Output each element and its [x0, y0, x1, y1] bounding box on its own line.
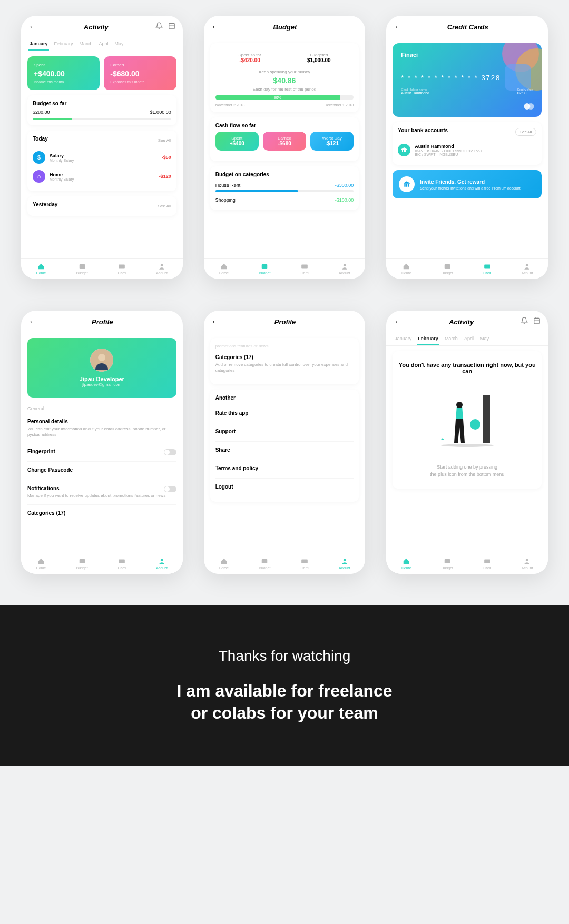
list-item[interactable]: $ SalaryMonthly Salary -$50: [33, 148, 171, 167]
back-icon[interactable]: ←: [211, 22, 220, 32]
nav-budget[interactable]: Budget: [442, 263, 453, 275]
earned-card[interactable]: Earned -$680.00 Expanses this month: [104, 56, 176, 90]
nav-account[interactable]: Acount: [156, 558, 168, 570]
tab-may[interactable]: May: [114, 38, 125, 51]
footer: Thanks for watching I am available for f…: [0, 605, 569, 766]
cash-spent[interactable]: Spent+$400: [215, 132, 259, 151]
see-all-link[interactable]: See All: [158, 138, 171, 143]
setting-categories[interactable]: Categories (17): [27, 505, 176, 523]
month-tabs: January February March April May: [21, 38, 183, 51]
nav-budget[interactable]: Budget: [259, 263, 270, 275]
today-section: TodaySee All $ SalaryMonthly Salary -$50…: [27, 131, 176, 191]
bell-icon[interactable]: [521, 317, 528, 326]
nav-account[interactable]: Acount: [522, 558, 533, 570]
svg-point-14: [526, 264, 528, 266]
svg-point-19: [161, 559, 163, 561]
back-icon[interactable]: ←: [28, 22, 37, 32]
back-icon[interactable]: ←: [394, 22, 402, 32]
tab-january[interactable]: January: [28, 38, 49, 51]
toggle[interactable]: [164, 449, 176, 455]
tab-february[interactable]: February: [417, 333, 439, 345]
nav-card[interactable]: Card: [118, 263, 126, 275]
page-title: Activity: [449, 318, 474, 326]
svg-rect-9: [505, 64, 531, 91]
setting-passcode[interactable]: Change Passcode: [27, 462, 176, 480]
svg-point-27: [441, 444, 494, 447]
svg-point-3: [161, 264, 163, 266]
back-icon[interactable]: ←: [28, 317, 37, 326]
phone-activity: ← Activity January February March April …: [21, 16, 183, 279]
setting-terms[interactable]: Terms and policy: [215, 460, 354, 479]
nav-account[interactable]: Acount: [522, 263, 533, 275]
invite-card[interactable]: Invite Friends. Get rewardSend your frie…: [393, 170, 542, 198]
tab-march[interactable]: March: [79, 38, 94, 51]
dollar-icon: $: [33, 151, 45, 164]
tab-april[interactable]: April: [98, 38, 110, 51]
cash-earned[interactable]: Earned-$680: [263, 132, 306, 151]
list-item[interactable]: ⌂ HomeMonthly Salary -$120: [33, 167, 171, 186]
spent-card[interactable]: Spent +$400.00 Income this month: [27, 56, 100, 90]
nav-budget[interactable]: Budget: [76, 263, 87, 275]
nav-card[interactable]: Card: [118, 558, 126, 570]
nav-home[interactable]: Home: [36, 263, 46, 275]
setting-rate[interactable]: Rate this app: [215, 405, 354, 423]
svg-rect-1: [79, 264, 85, 269]
avatar[interactable]: [90, 349, 113, 372]
nav-budget[interactable]: Budget: [76, 558, 87, 570]
page-title: Activity: [84, 23, 109, 31]
credit-card[interactable]: Finaci * * * * * * * * * * * * 3728 Card…: [393, 43, 542, 117]
nav-home[interactable]: Home: [36, 558, 46, 570]
bell-icon[interactable]: [155, 22, 163, 32]
see-all-button[interactable]: See All: [515, 128, 536, 136]
nav-card[interactable]: Card: [301, 558, 309, 570]
empty-illustration: [398, 385, 536, 459]
see-all-link[interactable]: See All: [158, 204, 171, 208]
budget-section: Budget so far $280.00$1.000.00: [27, 95, 176, 125]
svg-point-16: [98, 354, 105, 361]
svg-rect-29: [484, 560, 490, 563]
phone-budget: ← Budget Spent so far-$420.00 Budgeted$1…: [204, 16, 366, 279]
nav-account[interactable]: Acount: [339, 558, 350, 570]
svg-point-11: [528, 103, 534, 110]
calendar-icon[interactable]: [533, 317, 541, 326]
setting-personal[interactable]: Personal details You can edit your infor…: [27, 413, 176, 443]
tab-april[interactable]: April: [463, 333, 475, 345]
setting-share[interactable]: Share: [215, 442, 354, 460]
mastercard-icon: [523, 102, 535, 111]
nav-home[interactable]: Home: [219, 558, 229, 570]
nav-budget[interactable]: Budget: [442, 558, 453, 570]
yesterday-section: YesterdaySee All: [27, 196, 176, 216]
page-title: Budget: [273, 23, 297, 31]
svg-rect-12: [445, 264, 450, 269]
phone-profile1: ← Profile Jipau Developer jipaudev@gmail…: [21, 311, 183, 574]
nav-home[interactable]: Home: [401, 263, 411, 275]
nav-home[interactable]: Home: [219, 263, 229, 275]
tab-january[interactable]: January: [394, 333, 413, 345]
nav-account[interactable]: Acount: [156, 263, 168, 275]
nav-account[interactable]: Acount: [339, 263, 350, 275]
nav-card[interactable]: Card: [301, 263, 309, 275]
svg-point-25: [470, 419, 480, 430]
nav-card[interactable]: Card: [483, 558, 491, 570]
svg-rect-18: [119, 560, 125, 563]
setting-support[interactable]: Support: [215, 423, 354, 442]
profile-header: Jipau Developer jipaudev@gmail.com: [27, 338, 176, 398]
back-icon[interactable]: ←: [394, 317, 402, 326]
phone-profile2: ← Profile promotions features or news Ca…: [204, 311, 366, 574]
svg-rect-20: [262, 559, 268, 563]
tab-may[interactable]: May: [479, 333, 490, 345]
nav-budget[interactable]: Budget: [259, 558, 270, 570]
toggle[interactable]: [164, 486, 176, 492]
back-icon[interactable]: ←: [211, 317, 220, 326]
setting-logout[interactable]: Logout: [215, 479, 354, 496]
nav-card[interactable]: Card: [483, 263, 491, 275]
calendar-icon[interactable]: [168, 22, 175, 32]
setting-notifications[interactable]: Notifications Manage if you want to rece…: [27, 480, 176, 504]
tab-february[interactable]: February: [53, 38, 74, 51]
setting-fingerprint[interactable]: Fingerprint: [27, 443, 176, 462]
cash-worst[interactable]: Worst Day-$121: [310, 132, 354, 151]
nav-home[interactable]: Home: [401, 558, 411, 570]
tab-march[interactable]: March: [444, 333, 459, 345]
bank-account-item[interactable]: Austin HammondIBAN: US34-INGB 0001 9999 …: [398, 141, 536, 160]
setting-categories[interactable]: Categories (17) Add or remove categories…: [215, 349, 354, 379]
